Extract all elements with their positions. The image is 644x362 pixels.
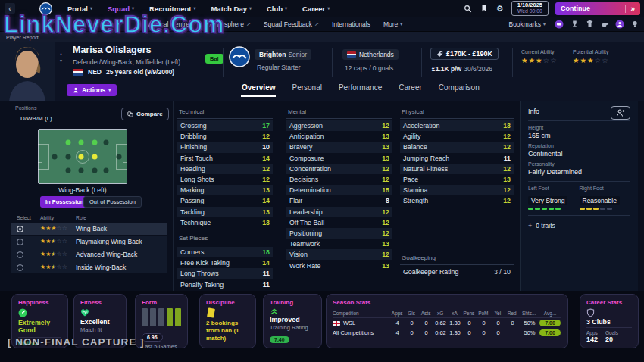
tab-performance[interactable]: Performance <box>338 82 383 97</box>
bookmarks-menu[interactable]: Bookmarks▾ <box>508 20 546 28</box>
attribute-row[interactable]: Dribbling12 <box>177 131 273 142</box>
attribute-row[interactable]: First Touch14 <box>177 153 273 164</box>
stats-col-header[interactable]: Apps <box>390 311 405 316</box>
trophy-icon[interactable] <box>570 20 579 29</box>
attribute-row[interactable]: Pace13 <box>400 174 514 185</box>
stats-col-competition[interactable]: Competition <box>333 311 390 316</box>
attribute-row[interactable]: Leadership12 <box>286 207 392 217</box>
gear-icon[interactable]: ⚙ <box>496 4 505 13</box>
next-player-icon[interactable]: ▼ <box>59 58 63 63</box>
flag-icon[interactable] <box>480 4 489 13</box>
tab-comparison[interactable]: Comparison <box>438 82 480 97</box>
attribute-row[interactable]: Vision12 <box>286 249 392 260</box>
role-radio[interactable] <box>17 251 23 258</box>
profile-icon[interactable] <box>615 20 624 29</box>
subnav-more[interactable]: More▾ <box>383 20 402 28</box>
stats-col-header[interactable]: Red <box>505 311 519 316</box>
attribute-row[interactable]: Finishing10 <box>177 142 273 152</box>
compare-button[interactable]: Compare <box>121 108 169 120</box>
continue-button[interactable]: Continue » <box>555 2 640 15</box>
attribute-row[interactable]: Anticipation13 <box>286 131 392 142</box>
menu-career[interactable]: Career▾ <box>295 0 337 17</box>
search-icon[interactable] <box>464 4 473 13</box>
attribute-row[interactable]: Acceleration13 <box>400 120 514 131</box>
out-of-possession-button[interactable]: Out of Possession <box>83 196 142 208</box>
subnav-internationals[interactable]: Internationals <box>332 20 370 28</box>
traits-link[interactable]: + 0 traits <box>528 215 630 229</box>
attribute-row[interactable]: Flair8 <box>286 195 392 206</box>
attribute-row[interactable]: Long Throws11 <box>177 268 273 279</box>
stats-col-header[interactable]: xA <box>448 311 462 316</box>
career-stats-card[interactable]: Career Stats 3 Clubs Apps 142 Goals 20 <box>580 294 639 348</box>
whistle-icon[interactable] <box>600 20 609 29</box>
attribute-row[interactable]: Positioning12 <box>286 228 392 239</box>
attribute-row[interactable]: Off The Ball12 <box>286 217 392 228</box>
club-squad-chip[interactable]: BrightonSenior <box>255 49 311 60</box>
attribute-row[interactable]: Technique13 <box>177 217 273 228</box>
attribute-row[interactable]: Crossing17 <box>177 120 273 131</box>
attribute-row[interactable]: Balance12 <box>400 142 514 152</box>
attribute-row[interactable]: Penalty Taking11 <box>177 279 273 289</box>
attribute-row[interactable]: Jumping Reach11 <box>400 153 514 164</box>
attribute-row[interactable]: Aggression12 <box>286 120 392 131</box>
attribute-row[interactable]: Concentration12 <box>286 164 392 174</box>
lightbulb-icon[interactable] <box>630 20 639 29</box>
stats-col-header[interactable]: xG <box>433 311 448 316</box>
subnav-squad-feedback[interactable]: Squad Feedback↗ <box>264 20 319 28</box>
nation-chip[interactable]: Netherlands <box>342 49 399 60</box>
attribute-row[interactable]: Decisions12 <box>286 174 392 185</box>
attribute-row[interactable]: Strength12 <box>400 195 514 206</box>
tab-overview[interactable]: Overview <box>241 82 276 97</box>
attribute-row[interactable]: Determination15 <box>286 185 392 195</box>
stats-col-header[interactable]: Gls <box>405 311 419 316</box>
attribute-row[interactable]: Tackling13 <box>177 207 273 217</box>
stats-col-header[interactable]: Shts... <box>519 311 539 316</box>
transfer-value-chip[interactable]: £170K - £190K <box>430 48 499 60</box>
attribute-row[interactable]: Composure13 <box>286 153 392 164</box>
club-squad: Senior <box>288 51 307 58</box>
divider <box>236 80 638 80</box>
discipline-card[interactable]: Discipline 2 bookings from ban (1 match) <box>199 294 256 348</box>
attribute-row[interactable]: Long Shots12 <box>177 174 273 185</box>
training-card[interactable]: Training Improved Training Rating 7.40 <box>263 294 322 348</box>
attribute-row[interactable]: Free Kick Taking14 <box>177 257 273 268</box>
attribute-row[interactable]: Teamwork13 <box>286 239 392 249</box>
attribute-row[interactable]: Stamina12 <box>400 185 514 195</box>
tab-personal[interactable]: Personal <box>291 82 322 97</box>
season-stats-row[interactable]: All Competitions4000.621.3000050%7.00 <box>333 328 561 338</box>
menu-club[interactable]: Club▾ <box>259 0 295 17</box>
role-row[interactable]: ★★★☆☆Wing-Back <box>11 223 167 235</box>
attribute-row[interactable]: Work Rate13 <box>286 260 392 270</box>
attribute-row[interactable]: Natural Fitness12 <box>400 164 514 174</box>
season-stats-row[interactable]: WSL4000.621.30000050%7.00 <box>333 318 561 328</box>
attribute-row[interactable]: Passing14 <box>177 195 273 206</box>
attribute-row[interactable]: Agility12 <box>400 131 514 142</box>
prev-player-icon[interactable]: ▲ <box>59 51 63 56</box>
stats-col-header[interactable]: Pens <box>461 311 476 316</box>
stats-col-header[interactable]: Yel <box>490 311 505 316</box>
shirt-icon[interactable] <box>585 20 594 29</box>
season-stats-card[interactable]: Season Stats CompetitionAppsGlsAstsxGxAP… <box>326 294 568 348</box>
attribute-row[interactable]: Heading12 <box>177 164 273 174</box>
role-radio[interactable] <box>17 264 23 271</box>
report-settings-button[interactable] <box>611 106 630 120</box>
attribute-row[interactable]: Bravery13 <box>286 142 392 152</box>
attribute-row[interactable]: Marking13 <box>177 185 273 195</box>
attribute-name: Leadership <box>289 208 323 216</box>
in-possession-button[interactable]: In Possession <box>40 196 89 208</box>
stats-col-header[interactable]: PoM <box>476 311 490 316</box>
stats-col-header[interactable]: Asts <box>419 311 433 316</box>
role-radio[interactable] <box>17 239 23 245</box>
role-row[interactable]: ★★★★☆☆Advanced Wing-Back <box>11 248 167 261</box>
actions-button[interactable]: Actions ▾ <box>67 84 117 96</box>
attribute-value: 12 <box>382 176 389 183</box>
messages-icon[interactable] <box>555 20 564 29</box>
stats-col-header[interactable]: Avg... <box>539 311 561 316</box>
goalkeeper-rating-row[interactable]: Goalkeeper Rating 3 / 10 <box>400 267 514 277</box>
tab-career[interactable]: Career <box>398 82 423 97</box>
role-row[interactable]: ★★★★☆☆Playmaking Wing-Back <box>11 236 167 248</box>
position-pitch[interactable] <box>38 129 127 184</box>
role-row[interactable]: ★★★★☆☆Inside Wing-Back <box>11 261 167 273</box>
role-radio[interactable] <box>17 226 23 232</box>
attribute-row[interactable]: Corners18 <box>177 247 273 257</box>
